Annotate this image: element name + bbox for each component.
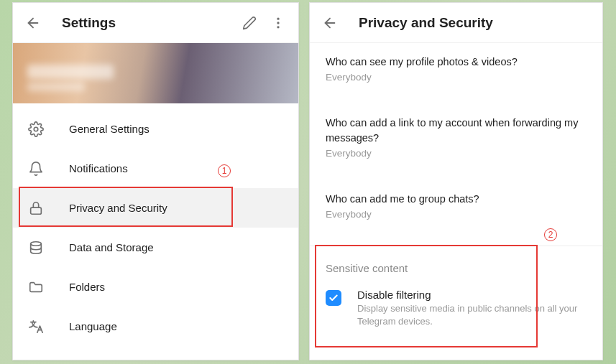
menu-language[interactable]: Language (13, 307, 298, 346)
edit-button[interactable] (235, 9, 264, 37)
more-vertical-icon (271, 16, 285, 30)
svg-point-1 (277, 17, 279, 19)
sensitive-content-title: Sensitive content (310, 246, 602, 281)
settings-header: Settings (13, 3, 298, 43)
privacy-header: Privacy and Security (310, 3, 602, 43)
privacy-title: Privacy and Security (359, 15, 597, 31)
privacy-answer: Everybody (326, 72, 587, 83)
gear-icon (27, 121, 45, 138)
settings-menu: General Settings Notifications Privacy a… (13, 103, 298, 346)
lock-icon (27, 200, 45, 217)
bell-icon (27, 160, 45, 177)
back-button[interactable] (316, 9, 344, 37)
language-icon (27, 318, 45, 335)
disable-filtering-title: Disable filtering (357, 289, 587, 301)
privacy-answer: Everybody (326, 148, 587, 159)
privacy-question: Who can see my profile photos & videos? (326, 55, 587, 69)
svg-point-4 (34, 127, 38, 131)
folder-icon (27, 279, 45, 296)
svg-point-3 (277, 26, 279, 28)
menu-general-settings[interactable]: General Settings (13, 109, 298, 149)
settings-panel: Settings General Settings Notifications … (12, 2, 299, 360)
privacy-item-profile-photos[interactable]: Who can see my profile photos & videos? … (310, 43, 602, 104)
menu-label: Data and Storage (69, 241, 154, 253)
privacy-item-group-chats[interactable]: Who can add me to group chats? Everybody (310, 180, 602, 241)
privacy-item-forward-link[interactable]: Who can add a link to my account when fo… (310, 104, 602, 180)
svg-point-6 (31, 241, 42, 246)
arrow-left-icon (322, 15, 338, 31)
disable-filtering-checkbox[interactable] (326, 290, 341, 306)
back-button[interactable] (19, 9, 47, 37)
menu-label: Privacy and Security (69, 202, 167, 214)
disable-filtering-row[interactable]: Disable filtering Display sensitive medi… (310, 281, 602, 343)
profile-banner[interactable] (13, 43, 298, 103)
privacy-question: Who can add me to group chats? (326, 192, 587, 206)
disable-filtering-sub: Display sensitive media in public channe… (357, 302, 587, 327)
menu-label: Notifications (69, 162, 128, 174)
menu-label: Folders (69, 281, 105, 293)
check-icon (328, 293, 339, 303)
svg-point-2 (277, 22, 279, 24)
menu-notifications[interactable]: Notifications (13, 149, 298, 188)
menu-data-storage[interactable]: Data and Storage (13, 228, 298, 267)
privacy-answer: Everybody (326, 209, 587, 220)
pencil-icon (242, 16, 257, 30)
menu-label: Language (69, 320, 117, 332)
disk-icon (27, 239, 45, 256)
arrow-left-icon (25, 15, 41, 31)
privacy-panel: Privacy and Security Who can see my prof… (309, 2, 603, 360)
settings-title: Settings (62, 15, 235, 31)
privacy-question: Who can add a link to my account when fo… (326, 116, 587, 145)
menu-privacy-security[interactable]: Privacy and Security (13, 188, 298, 228)
more-button[interactable] (264, 9, 293, 37)
menu-label: General Settings (69, 123, 150, 135)
svg-rect-5 (31, 207, 42, 214)
menu-folders[interactable]: Folders (13, 267, 298, 307)
disable-filtering-label: Disable filtering Display sensitive medi… (357, 289, 587, 327)
